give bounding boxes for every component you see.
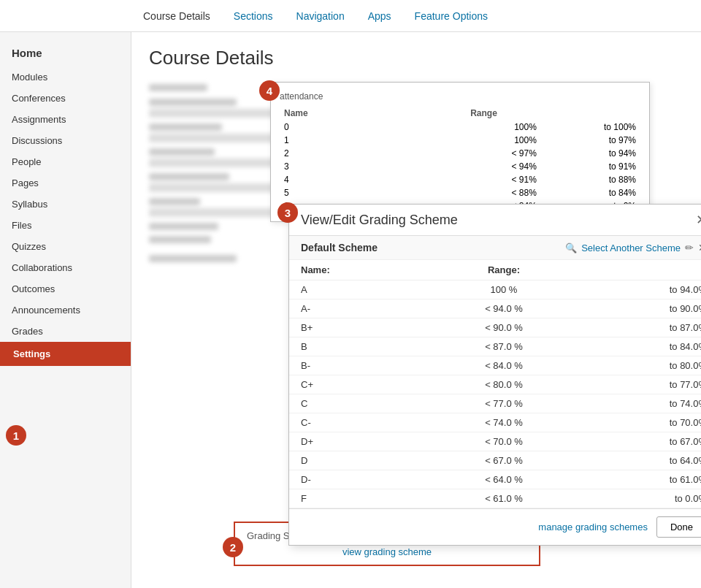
sidebar-item-home[interactable]: Home xyxy=(0,39,131,66)
attendance-row: 1100%to 97% xyxy=(280,134,640,147)
scheme-row: F< 61.0 %to 0.0% xyxy=(289,489,701,508)
select-another-scheme-link[interactable]: Select Another Scheme xyxy=(581,243,681,253)
attendance-row: 5< 88%to 84% xyxy=(280,186,640,199)
attendance-row: 0100%to 100% xyxy=(280,121,640,134)
sidebar-item-conferences[interactable]: Conferences xyxy=(0,88,131,109)
delete-icon[interactable]: ✕ xyxy=(698,242,701,253)
close-icon[interactable]: ✕ xyxy=(696,212,701,228)
scheme-row: D< 67.0 %to 64.0% xyxy=(289,451,701,470)
sidebar-item-outcomes[interactable]: Outcomes xyxy=(0,278,131,299)
scheme-row: A100 %to 94.0% xyxy=(289,280,701,299)
scheme-row: C+< 80.0 %to 77.0% xyxy=(289,375,701,394)
col-to-header xyxy=(619,264,701,275)
scheme-row: C-< 74.0 %to 70.0% xyxy=(289,413,701,432)
badge-2: 2 xyxy=(223,537,243,557)
sidebar-item-pages[interactable]: Pages xyxy=(0,172,131,194)
attendance-title: attendance xyxy=(280,91,640,102)
search-icon: 🔍 xyxy=(565,243,577,253)
sidebar-item-grades[interactable]: Grades xyxy=(0,321,131,342)
attendance-col-range: Range xyxy=(359,106,541,121)
scheme-row: D-< 64.0 %to 61.0% xyxy=(289,470,701,489)
scheme-row: C< 77.0 %to 74.0% xyxy=(289,394,701,413)
edit-icon[interactable]: ✏ xyxy=(685,242,694,253)
sidebar-item-modules[interactable]: Modules xyxy=(0,66,131,88)
tab-feature-options[interactable]: Feature Options xyxy=(403,3,499,31)
sidebar-item-syllabus[interactable]: Syllabus xyxy=(0,194,131,215)
scheme-row: B< 87.0 %to 84.0% xyxy=(289,337,701,356)
sidebar-item-collaborations[interactable]: Collaborations xyxy=(0,257,131,278)
done-button[interactable]: Done xyxy=(656,516,701,538)
tab-course-details[interactable]: Course Details xyxy=(131,3,222,31)
badge-3: 3 xyxy=(277,202,298,223)
sidebar-item-announcements[interactable]: Announcements xyxy=(0,299,131,321)
scheme-row: B-< 84.0 %to 80.0% xyxy=(289,356,701,375)
sidebar-item-settings[interactable]: Settings xyxy=(0,342,131,366)
manage-grading-schemes-link[interactable]: manage grading schemes xyxy=(538,522,648,532)
sidebar-item-quizzes[interactable]: Quizzes xyxy=(0,236,131,257)
attendance-popup: attendance Name Range 0100%to 100%1100%t… xyxy=(270,82,650,222)
badge-1: 1 xyxy=(6,425,26,446)
sidebar-item-files[interactable]: Files xyxy=(0,215,131,236)
sidebar-item-people[interactable]: People xyxy=(0,151,131,172)
tab-navigation[interactable]: Navigation xyxy=(285,3,356,31)
attendance-row: 4< 91%to 88% xyxy=(280,173,640,186)
attendance-row: 3< 94%to 91% xyxy=(280,160,640,173)
main-content: Course Details xyxy=(131,32,701,588)
page-title: Course Details xyxy=(149,47,683,69)
attendance-row: 2< 97%to 94% xyxy=(280,147,640,160)
sidebar-item-assignments[interactable]: Assignments xyxy=(0,109,131,130)
attendance-col-name: Name xyxy=(280,106,359,121)
attendance-col-to xyxy=(541,106,640,121)
badge-4: 4 xyxy=(259,80,280,101)
sidebar: Home Modules Conferences Assignments Dis… xyxy=(0,32,131,588)
tab-apps[interactable]: Apps xyxy=(356,3,403,31)
scheme-row: D+< 70.0 %to 67.0% xyxy=(289,432,701,451)
view-grading-scheme-link[interactable]: view grading scheme xyxy=(342,546,432,557)
scheme-dialog: View/Edit Grading Scheme ✕ Default Schem… xyxy=(288,204,701,546)
tab-sections[interactable]: Sections xyxy=(222,3,285,31)
scheme-name: Default Scheme xyxy=(301,242,378,253)
scheme-row: B+< 90.0 %to 87.0% xyxy=(289,318,701,337)
col-name-header: Name: xyxy=(301,264,388,275)
scheme-dialog-title: View/Edit Grading Scheme xyxy=(301,213,458,228)
scheme-row: A-< 94.0 %to 90.0% xyxy=(289,299,701,318)
sidebar-item-discussions[interactable]: Discussions xyxy=(0,130,131,151)
col-range-header: Range: xyxy=(388,264,619,275)
